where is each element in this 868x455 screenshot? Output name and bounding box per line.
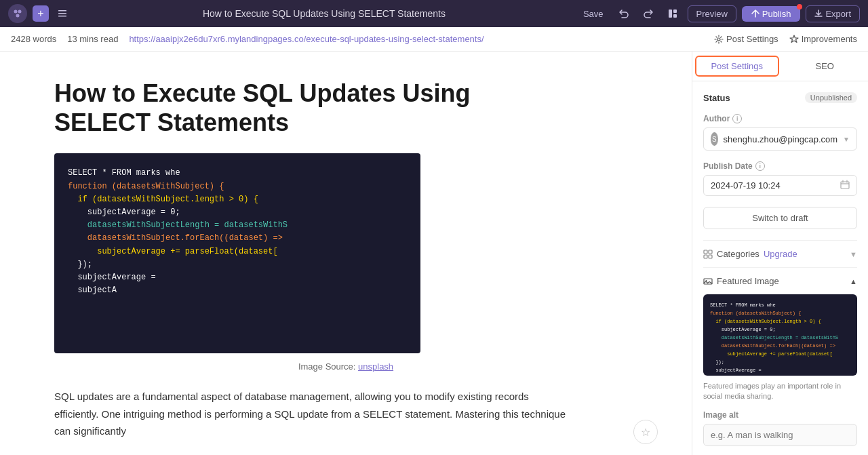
main-area: How to Execute SQL Updates Using SELECT … [0, 52, 868, 455]
unsplash-link[interactable]: unsplash [358, 361, 393, 372]
author-label: Author i [703, 114, 857, 123]
upgrade-link[interactable]: Upgrade [764, 249, 797, 259]
image-alt-input[interactable] [703, 424, 857, 446]
article-image-container: SELECT * FROM marks whe function (datase… [54, 153, 420, 353]
article-title[interactable]: How to Execute SQL Updates Using SELECT … [54, 79, 570, 137]
sidebar-content: Status Unpublished Author i S shenghu.zh… [692, 81, 868, 455]
code-image: SELECT * FROM marks whe function (datase… [54, 153, 420, 353]
layout-button[interactable] [663, 4, 682, 23]
improvements-button[interactable]: Improvements [789, 34, 857, 44]
svg-rect-8 [673, 14, 677, 18]
sidebar-tabs: Post Settings SEO [692, 52, 868, 81]
document-title: How to Execute SQL Updates Using SELECT … [76, 8, 572, 19]
author-avatar: S [711, 132, 718, 146]
top-bar-actions: Save Preview Publish Export [578, 4, 860, 23]
date-field[interactable]: 2024-07-19 10:24 [703, 175, 857, 196]
tab-post-settings[interactable]: Post Settings [695, 56, 779, 77]
author-info-icon: i [732, 114, 742, 123]
post-settings-button[interactable]: Post Settings [714, 34, 778, 44]
word-count: 2428 words [11, 34, 56, 44]
categories-label: Categories [717, 249, 760, 259]
save-button[interactable]: Save [578, 6, 609, 22]
image-caption: Image Source: unsplash [54, 361, 637, 372]
svg-rect-14 [709, 255, 712, 258]
publish-date-section: Publish Date i 2024-07-19 10:24 [703, 161, 857, 196]
preview-button[interactable]: Preview [688, 5, 736, 22]
image-caption-prefix: Image Source: [298, 361, 358, 372]
image-alt-label: Image alt [703, 410, 857, 420]
svg-point-2 [16, 14, 20, 18]
svg-rect-11 [704, 250, 707, 254]
redo-button[interactable] [639, 4, 658, 23]
undo-button[interactable] [614, 4, 633, 23]
svg-point-9 [717, 38, 720, 41]
publish-notification-dot [797, 4, 802, 9]
editor-area[interactable]: How to Execute SQL Updates Using SELECT … [0, 52, 692, 455]
categories-chevron-icon[interactable]: ▼ [850, 250, 857, 258]
publish-date-info-icon: i [755, 161, 765, 171]
calendar-icon[interactable] [840, 180, 850, 191]
logo [8, 4, 27, 23]
article-url[interactable]: https://aaaipjx2e6du7xr6.mylandingpages.… [129, 34, 484, 44]
featured-chevron-icon[interactable]: ▲ [850, 277, 857, 285]
svg-rect-12 [709, 250, 712, 254]
featured-image-label: Featured Image [717, 276, 779, 286]
publish-date-label: Publish Date i [703, 161, 857, 171]
svg-point-1 [18, 10, 22, 14]
author-section: Author i S shenghu.zhou@pingcap.com ▼ [703, 114, 857, 151]
featured-image-section: Featured Image ▲ [703, 267, 857, 286]
status-row: Status Unpublished [703, 92, 857, 103]
featured-image-description: Featured images play an important role i… [703, 381, 857, 402]
svg-rect-6 [669, 9, 672, 18]
article-body[interactable]: SQL updates are a fundamental aspect of … [54, 388, 570, 440]
svg-rect-3 [58, 10, 66, 12]
date-value: 2024-07-19 10:24 [711, 180, 840, 191]
improvements-label: Improvements [802, 34, 857, 44]
tab-seo[interactable]: SEO [782, 52, 869, 81]
svg-point-0 [14, 10, 18, 14]
read-time: 13 mins read [67, 34, 118, 44]
export-button[interactable]: Export [806, 5, 860, 22]
list-icon[interactable] [54, 5, 71, 22]
svg-rect-13 [704, 255, 707, 258]
author-name: shenghu.zhou@pingcap.com [724, 134, 838, 144]
author-select[interactable]: S shenghu.zhou@pingcap.com ▼ [703, 127, 857, 151]
sidebar: Post Settings SEO Status Unpublished Aut… [692, 52, 868, 455]
star-icon[interactable]: ☆ [633, 420, 658, 444]
sub-bar: 2428 words 13 mins read https://aaaipjx2… [0, 27, 868, 52]
logo-icon [8, 4, 27, 23]
author-chevron-icon: ▼ [843, 136, 850, 143]
svg-rect-7 [673, 9, 677, 13]
featured-image-preview: SELECT * FROM marks whe function (datase… [703, 294, 857, 376]
categories-section: Categories Upgrade ▼ [703, 240, 857, 259]
svg-rect-4 [58, 13, 66, 14]
status-badge: Unpublished [805, 92, 857, 103]
switch-draft-button[interactable]: Switch to draft [703, 207, 857, 229]
status-label: Status [703, 93, 730, 103]
export-label: Export [825, 9, 851, 19]
top-bar: + How to Execute SQL Updates Using SELEC… [0, 0, 868, 27]
publish-button[interactable]: Publish [742, 6, 801, 22]
add-button[interactable]: + [33, 5, 49, 22]
post-settings-label: Post Settings [726, 34, 778, 44]
svg-rect-5 [58, 16, 66, 17]
publish-label: Publish [762, 9, 791, 19]
svg-rect-10 [841, 182, 849, 189]
status-section: Status Unpublished [703, 92, 857, 103]
